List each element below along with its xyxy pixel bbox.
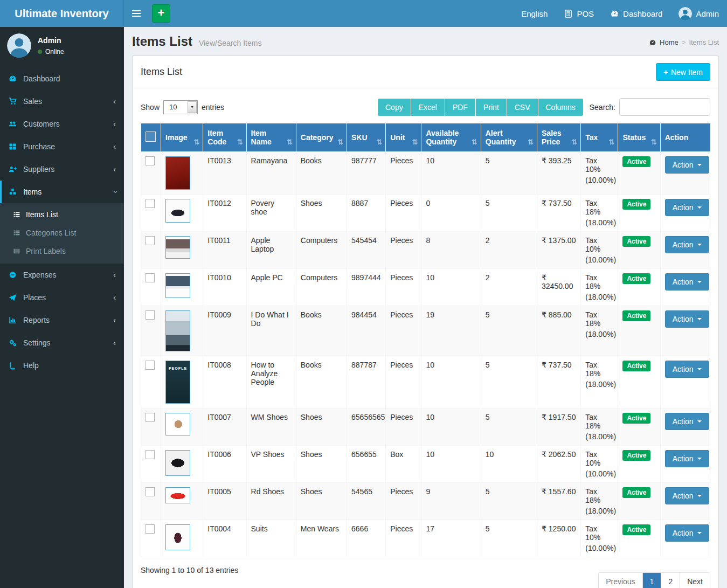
row-checkbox[interactable] (146, 413, 155, 422)
status-badge: Active (622, 361, 650, 371)
action-button[interactable]: Action (665, 273, 709, 290)
export-csv-button[interactable]: CSV (507, 99, 538, 116)
item-image (165, 413, 190, 435)
item-sku-cell: 9897444 (347, 269, 386, 306)
row-checkbox[interactable] (146, 199, 155, 208)
export-excel-button[interactable]: Excel (411, 99, 445, 116)
pos-link[interactable]: POS (556, 0, 602, 27)
select-all-checkbox[interactable] (146, 132, 156, 142)
sidebar-subitem-items-list[interactable]: Items List (0, 205, 124, 224)
sidebar-item-reports[interactable]: Reports ‹ (0, 309, 124, 331)
row-checkbox[interactable] (146, 310, 155, 320)
book-icon (8, 361, 17, 370)
row-checkbox[interactable] (146, 156, 155, 165)
search-input[interactable] (619, 98, 710, 116)
bar-chart-icon (8, 316, 17, 324)
row-checkbox[interactable] (146, 236, 155, 245)
action-button[interactable]: Action (665, 413, 709, 430)
item-unit-cell: Pieces (386, 152, 421, 195)
item-unit-cell: Pieces (386, 232, 421, 269)
sidebar-item-purchase[interactable]: Purchase ‹ (0, 135, 124, 158)
column-header-unit[interactable]: Unit⇅ (386, 123, 421, 152)
action-button[interactable]: Action (665, 487, 709, 504)
sort-icon[interactable]: ⇅ (651, 138, 657, 146)
row-checkbox[interactable] (146, 273, 155, 282)
page-previous-button[interactable]: Previous (599, 573, 642, 588)
row-checkbox[interactable] (146, 487, 155, 496)
sidebar-item-sales[interactable]: Sales ‹ (0, 90, 124, 113)
sort-icon[interactable]: ⇅ (609, 138, 615, 146)
breadcrumb-home[interactable]: Home (660, 38, 678, 46)
page-next-button[interactable]: Next (680, 573, 710, 588)
user-menu[interactable]: Admin (670, 0, 727, 27)
sort-icon[interactable]: ⇅ (528, 138, 534, 146)
caret-down-icon (697, 495, 702, 497)
row-checkbox[interactable] (146, 524, 155, 534)
item-name-cell: Suits (246, 520, 296, 557)
column-header-available-quantity[interactable]: Available Quantity⇅ (421, 123, 481, 152)
item-sales-price-cell: ₹ 885.00 (537, 306, 581, 356)
column-header-sku[interactable]: SKU⇅ (347, 123, 386, 152)
sidebar-item-places[interactable]: Places ‹ (0, 286, 124, 309)
quick-add-button[interactable]: + (152, 4, 170, 23)
sort-icon[interactable]: ⇅ (337, 138, 343, 146)
sort-icon[interactable]: ⇅ (412, 138, 418, 146)
column-header-sales-price[interactable]: Sales Price⇅ (537, 123, 581, 152)
export-columns-button[interactable]: Columns (538, 99, 583, 116)
sidebar-toggle-button[interactable] (124, 0, 149, 27)
sidebar-item-expenses[interactable]: Expenses ‹ (0, 264, 124, 286)
user-label: Admin (696, 9, 719, 18)
item-sku-cell: 984454 (347, 306, 386, 356)
breadcrumb-separator: > (682, 38, 686, 46)
action-button[interactable]: Action (665, 236, 709, 253)
action-button[interactable]: Action (665, 310, 709, 328)
entries-select[interactable]: 10 ▼ (163, 100, 198, 114)
sort-icon[interactable]: ⇅ (287, 138, 293, 146)
sidebar-subitem-categories-list[interactable]: Categories List (0, 224, 124, 242)
item-available-qty-cell: 19 (421, 306, 481, 356)
caret-down-icon (697, 368, 702, 370)
export-pdf-button[interactable]: PDF (445, 99, 476, 116)
column-header-item-name[interactable]: Item Name⇅ (246, 123, 296, 152)
item-name-cell: Povery shoe (246, 195, 296, 232)
sidebar-item-settings[interactable]: Settings ‹ (0, 331, 124, 354)
app-logo[interactable]: Ultimate Inventory (0, 0, 124, 27)
sort-icon[interactable]: ⇅ (376, 138, 382, 146)
item-alert-qty-cell: 5 (481, 306, 537, 356)
sidebar-item-dashboard[interactable]: Dashboard (0, 67, 124, 90)
sidebar-item-items[interactable]: Items ‹ (0, 181, 124, 203)
row-checkbox[interactable] (146, 361, 155, 370)
item-sku-cell: 887787 (347, 356, 386, 409)
column-header-status[interactable]: Status⇅ (618, 123, 660, 152)
sidebar-item-help[interactable]: Help (0, 354, 124, 377)
action-button[interactable]: Action (665, 199, 709, 216)
column-header-item-code[interactable]: Item Code⇅ (203, 123, 246, 152)
action-button[interactable]: Action (665, 524, 709, 542)
item-unit-cell: Pieces (386, 409, 421, 446)
sort-icon[interactable]: ⇅ (571, 138, 577, 146)
action-button[interactable]: Action (665, 450, 709, 467)
action-button[interactable]: Action (665, 156, 709, 174)
sort-icon[interactable]: ⇅ (472, 138, 477, 146)
new-item-button[interactable]: + New Item (656, 63, 710, 81)
column-header-tax[interactable]: Tax⇅ (581, 123, 618, 152)
sidebar-user-status[interactable]: Online (38, 48, 64, 56)
column-header-alert-quantity[interactable]: Alert Quantity⇅ (481, 123, 537, 152)
sidebar-subitem-print-labels[interactable]: Print Labels (0, 242, 124, 260)
export-copy-button[interactable]: Copy (378, 99, 411, 116)
page-2-button[interactable]: 2 (661, 573, 680, 588)
page-1-button[interactable]: 1 (643, 573, 662, 588)
dashboard-link[interactable]: Dashboard (602, 0, 670, 27)
action-button[interactable]: Action (665, 361, 709, 378)
row-checkbox[interactable] (146, 450, 155, 459)
export-print-button[interactable]: Print (476, 99, 507, 116)
sidebar-item-customers[interactable]: Customers ‹ (0, 113, 124, 135)
sort-icon[interactable]: ⇅ (193, 138, 199, 146)
item-category-cell: Shoes (296, 446, 347, 483)
sidebar-item-suppliers[interactable]: Suppliers ‹ (0, 158, 124, 181)
column-header-image[interactable]: Image⇅ (161, 123, 203, 152)
sort-icon[interactable]: ⇅ (237, 138, 243, 146)
language-menu[interactable]: English (513, 0, 556, 27)
column-header-category[interactable]: Category⇅ (296, 123, 347, 152)
item-code-cell: IT0012 (203, 195, 246, 232)
